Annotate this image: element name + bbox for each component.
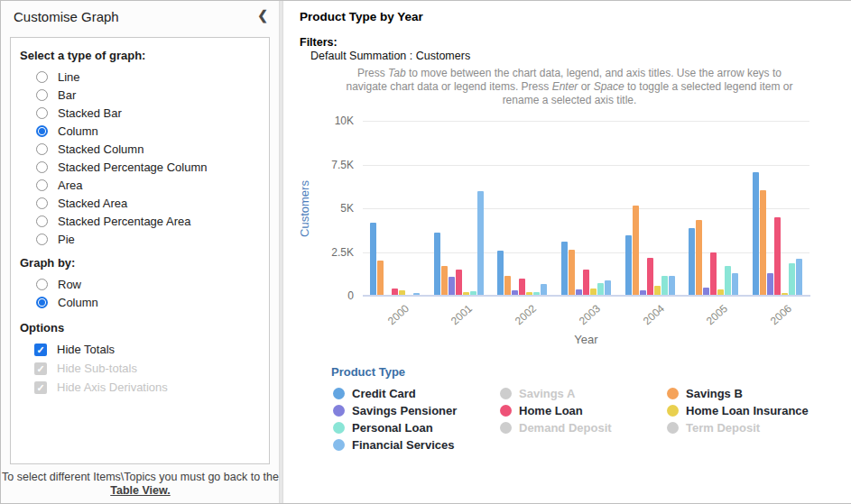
customise-graph-panel: Customise Graph ❮ Select a type of graph… <box>1 1 280 503</box>
legend-item-demand-deposit[interactable]: Demand Deposit <box>500 421 667 434</box>
radio-icon <box>36 234 48 245</box>
legend-item-label: Financial Services <box>352 438 454 452</box>
x-tick-label-2002: 2002 <box>513 302 539 327</box>
bar-savings-b-2001[interactable] <box>441 266 448 296</box>
chart-panel: Product Type by Year Filters: Default Su… <box>282 1 851 503</box>
legend-item-label: Savings A <box>519 387 575 400</box>
bar-savings-pensioner-2001[interactable] <box>449 277 455 296</box>
legend-dot-icon <box>333 405 345 417</box>
legend-item-personal-loan[interactable]: Personal Loan <box>333 421 500 434</box>
bar-credit-card-2005[interactable] <box>689 228 695 296</box>
x-tick-label-2003: 2003 <box>577 302 603 327</box>
radio-icon <box>36 71 48 83</box>
legend-item-label: Personal Loan <box>352 421 433 435</box>
bar-savings-b-2006[interactable] <box>760 190 766 296</box>
legend-item-savings-b[interactable]: Savings B <box>667 387 851 399</box>
checkbox-label: Hide Totals <box>57 343 115 356</box>
radio-graph-type-stacked-area[interactable]: Stacked Area <box>36 194 260 212</box>
bar-credit-card-2001[interactable] <box>434 233 440 296</box>
bar-financial-services-2001[interactable] <box>477 191 484 296</box>
bar-savings-b-2003[interactable] <box>569 250 575 296</box>
radio-graph-type-pie[interactable]: Pie <box>36 230 260 248</box>
checkbox-icon: ✓ <box>34 344 47 356</box>
table-view-link[interactable]: Table View. <box>110 484 170 498</box>
radio-graph-type-stacked-column[interactable]: Stacked Column <box>36 140 260 158</box>
radio-graph-by-label: Row <box>58 278 81 291</box>
checkbox-label: Hide Sub-totals <box>57 362 137 375</box>
bar-home-loan-2002[interactable] <box>519 279 525 296</box>
bar-credit-card-2003[interactable] <box>561 242 568 296</box>
bar-savings-pensioner-2006[interactable] <box>767 273 773 296</box>
bar-financial-services-2004[interactable] <box>669 276 675 296</box>
y-axis-title[interactable]: Customers <box>298 180 311 237</box>
bar-credit-card-2006[interactable] <box>753 172 759 296</box>
radio-graph-type-label: Column <box>58 124 98 138</box>
radio-graph-by-row[interactable]: Row <box>36 275 260 293</box>
x-tick-label-2006: 2006 <box>768 302 794 327</box>
x-tick-label-2000: 2000 <box>385 302 412 327</box>
radio-graph-type-stacked-bar[interactable]: Stacked Bar <box>36 104 260 122</box>
bar-financial-services-2006[interactable] <box>796 259 802 296</box>
bar-personal-loan-2005[interactable] <box>725 266 731 296</box>
legend-item-financial-services[interactable]: Financial Services <box>333 438 500 451</box>
graph-by-section-label: Graph by: <box>20 256 260 270</box>
radio-graph-type-bar[interactable]: Bar <box>36 86 260 104</box>
footer-text: To select different Items\Topics you mus… <box>2 471 279 483</box>
checkbox-hide-totals[interactable]: ✓Hide Totals <box>34 340 260 359</box>
radio-icon <box>36 161 48 173</box>
legend-item-term-deposit[interactable]: Term Deposit <box>667 421 851 434</box>
bar-savings-b-2004[interactable] <box>633 206 639 296</box>
legend-dot-icon <box>333 422 345 434</box>
legend-dot-icon <box>667 405 679 417</box>
graph-type-section-label: Select a type of graph: <box>20 49 260 62</box>
legend-item-label: Home Loan <box>519 404 583 417</box>
legend-item-home-loan[interactable]: Home Loan <box>500 404 667 417</box>
checkbox-hide-sub-totals: ✓Hide Sub-totals <box>34 359 260 378</box>
checkbox-hide-axis-derivations: ✓Hide Axis Derivations <box>34 378 260 397</box>
bar-home-loan-2004[interactable] <box>647 258 653 296</box>
radio-graph-type-label: Pie <box>58 233 75 246</box>
bar-savings-b-2002[interactable] <box>504 276 511 296</box>
legend-dot-icon <box>333 439 345 451</box>
bar-group-2000 <box>363 121 427 296</box>
bar-home-loan-2003[interactable] <box>583 270 589 296</box>
bar-credit-card-2002[interactable] <box>497 251 504 296</box>
radio-graph-type-area[interactable]: Area <box>36 176 260 194</box>
bar-home-loan-2001[interactable] <box>456 270 462 296</box>
radio-graph-by-column[interactable]: Column <box>36 293 260 311</box>
chart-plot-area[interactable] <box>363 121 809 296</box>
bar-personal-loan-2003[interactable] <box>597 283 604 296</box>
bar-personal-loan-2004[interactable] <box>661 276 668 296</box>
collapse-panel-icon[interactable]: ❮ <box>257 8 268 23</box>
radio-graph-type-column[interactable]: Column <box>36 122 260 140</box>
radio-graph-type-stacked-percentage-area[interactable]: Stacked Percentage Area <box>36 212 260 230</box>
legend-dot-icon <box>500 388 512 399</box>
legend-dot-icon <box>500 405 512 417</box>
legend-item-savings-a[interactable]: Savings A <box>500 387 667 399</box>
radio-icon <box>36 143 48 155</box>
bar-credit-card-2000[interactable] <box>370 223 376 296</box>
radio-graph-type-label: Stacked Percentage Area <box>58 215 190 228</box>
radio-graph-type-line[interactable]: Line <box>36 68 260 86</box>
filters-label: Filters: <box>300 36 338 49</box>
bar-home-loan-2005[interactable] <box>710 252 717 296</box>
bar-savings-b-2005[interactable] <box>696 220 702 296</box>
bar-savings-b-2000[interactable] <box>377 261 384 296</box>
legend-item-credit-card[interactable]: Credit Card <box>333 387 500 399</box>
bar-financial-services-2005[interactable] <box>732 273 738 296</box>
y-tick-label: 7.5K <box>318 159 354 171</box>
bar-credit-card-2004[interactable] <box>625 235 632 296</box>
legend-item-home-loan-insurance[interactable]: Home Loan Insurance <box>667 404 851 417</box>
radio-icon <box>36 215 48 227</box>
legend-item-savings-pensioner[interactable]: Savings Pensioner <box>333 404 500 417</box>
panel-title: Customise Graph <box>14 9 119 24</box>
x-axis-title[interactable]: Year <box>363 333 809 346</box>
bar-group-2002 <box>490 121 554 296</box>
bar-group-2006 <box>745 121 809 296</box>
bar-personal-loan-2006[interactable] <box>789 263 795 296</box>
bar-home-loan-2006[interactable] <box>774 217 781 296</box>
radio-graph-type-stacked-percentage-column[interactable]: Stacked Percentage Column <box>36 158 260 176</box>
radio-icon <box>36 279 48 290</box>
radio-icon <box>36 297 48 308</box>
bar-financial-services-2003[interactable] <box>605 280 611 296</box>
